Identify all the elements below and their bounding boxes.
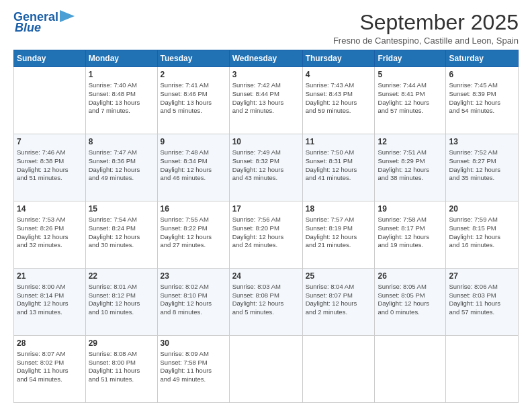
calendar-cell: 26Sunrise: 8:05 AM Sunset: 8:05 PM Dayli… bbox=[375, 269, 446, 336]
day-info: Sunrise: 7:57 AM Sunset: 8:19 PM Dayligh… bbox=[306, 216, 372, 250]
day-info: Sunrise: 8:02 AM Sunset: 8:10 PM Dayligh… bbox=[161, 283, 226, 317]
location-text: Fresno de Cantespino, Castille and Leon,… bbox=[333, 36, 519, 46]
calendar-cell: 13Sunrise: 7:52 AM Sunset: 8:27 PM Dayli… bbox=[446, 134, 519, 201]
col-friday: Friday bbox=[375, 50, 446, 67]
day-number: 9 bbox=[161, 136, 226, 148]
day-info: Sunrise: 8:09 AM Sunset: 7:58 PM Dayligh… bbox=[161, 350, 226, 384]
col-saturday: Saturday bbox=[446, 50, 519, 67]
logo: General Blue bbox=[13, 11, 75, 34]
calendar-cell: 5Sunrise: 7:44 AM Sunset: 8:41 PM Daylig… bbox=[375, 67, 446, 134]
calendar-cell bbox=[375, 336, 446, 403]
calendar-cell: 2Sunrise: 7:41 AM Sunset: 8:46 PM Daylig… bbox=[157, 67, 229, 134]
svg-marker-0 bbox=[60, 10, 75, 22]
calendar-cell: 18Sunrise: 7:57 AM Sunset: 8:19 PM Dayli… bbox=[302, 201, 375, 269]
calendar-cell: 3Sunrise: 7:42 AM Sunset: 8:44 PM Daylig… bbox=[229, 67, 302, 134]
calendar-cell: 21Sunrise: 8:00 AM Sunset: 8:14 PM Dayli… bbox=[14, 269, 86, 336]
calendar-cell bbox=[229, 336, 302, 403]
col-thursday: Thursday bbox=[302, 50, 375, 67]
week-row-4: 21Sunrise: 8:00 AM Sunset: 8:14 PM Dayli… bbox=[14, 269, 519, 336]
col-wednesday: Wednesday bbox=[229, 50, 302, 67]
calendar-cell: 23Sunrise: 8:02 AM Sunset: 8:10 PM Dayli… bbox=[157, 269, 229, 336]
day-info: Sunrise: 8:03 AM Sunset: 8:08 PM Dayligh… bbox=[232, 283, 300, 317]
day-info: Sunrise: 7:54 AM Sunset: 8:24 PM Dayligh… bbox=[89, 216, 154, 250]
day-number: 18 bbox=[306, 203, 372, 215]
calendar-cell: 16Sunrise: 7:55 AM Sunset: 8:22 PM Dayli… bbox=[157, 201, 229, 269]
calendar-cell: 14Sunrise: 7:53 AM Sunset: 8:26 PM Dayli… bbox=[14, 201, 86, 269]
day-number: 2 bbox=[161, 69, 226, 81]
calendar-cell: 9Sunrise: 7:48 AM Sunset: 8:34 PM Daylig… bbox=[157, 134, 229, 201]
logo-blue-text: Blue bbox=[15, 21, 41, 34]
calendar-cell: 19Sunrise: 7:58 AM Sunset: 8:17 PM Dayli… bbox=[375, 201, 446, 269]
day-info: Sunrise: 7:53 AM Sunset: 8:26 PM Dayligh… bbox=[17, 216, 83, 250]
header: General Blue September 2025 Fresno de Ca… bbox=[13, 11, 519, 46]
month-year-title: September 2025 bbox=[333, 11, 519, 34]
day-number: 20 bbox=[449, 203, 515, 215]
day-number: 27 bbox=[449, 271, 515, 282]
calendar-cell bbox=[14, 67, 86, 134]
day-info: Sunrise: 8:08 AM Sunset: 8:00 PM Dayligh… bbox=[89, 350, 154, 384]
day-info: Sunrise: 7:47 AM Sunset: 8:36 PM Dayligh… bbox=[89, 148, 154, 183]
day-info: Sunrise: 7:48 AM Sunset: 8:34 PM Dayligh… bbox=[161, 148, 226, 183]
day-info: Sunrise: 7:44 AM Sunset: 8:41 PM Dayligh… bbox=[378, 81, 443, 116]
day-info: Sunrise: 7:55 AM Sunset: 8:22 PM Dayligh… bbox=[161, 216, 226, 250]
calendar-table: Sunday Monday Tuesday Wednesday Thursday… bbox=[13, 50, 519, 403]
day-info: Sunrise: 8:07 AM Sunset: 8:02 PM Dayligh… bbox=[17, 350, 83, 384]
calendar-cell: 1Sunrise: 7:40 AM Sunset: 8:48 PM Daylig… bbox=[85, 67, 157, 134]
day-info: Sunrise: 8:00 AM Sunset: 8:14 PM Dayligh… bbox=[17, 283, 83, 317]
day-number: 6 bbox=[449, 69, 515, 81]
day-info: Sunrise: 7:51 AM Sunset: 8:29 PM Dayligh… bbox=[378, 148, 443, 183]
col-tuesday: Tuesday bbox=[157, 50, 229, 67]
page: General Blue September 2025 Fresno de Ca… bbox=[0, 0, 532, 411]
day-info: Sunrise: 8:01 AM Sunset: 8:12 PM Dayligh… bbox=[89, 283, 154, 317]
day-number: 1 bbox=[89, 69, 154, 81]
day-info: Sunrise: 7:49 AM Sunset: 8:32 PM Dayligh… bbox=[232, 148, 300, 183]
day-number: 4 bbox=[306, 69, 372, 81]
day-number: 26 bbox=[378, 271, 443, 282]
day-number: 25 bbox=[306, 271, 372, 282]
day-info: Sunrise: 7:59 AM Sunset: 8:15 PM Dayligh… bbox=[449, 216, 515, 250]
calendar-cell: 24Sunrise: 8:03 AM Sunset: 8:08 PM Dayli… bbox=[229, 269, 302, 336]
day-info: Sunrise: 7:58 AM Sunset: 8:17 PM Dayligh… bbox=[378, 216, 443, 250]
day-number: 16 bbox=[161, 203, 226, 215]
day-number: 17 bbox=[232, 203, 300, 215]
calendar-cell: 11Sunrise: 7:50 AM Sunset: 8:31 PM Dayli… bbox=[302, 134, 375, 201]
day-info: Sunrise: 7:46 AM Sunset: 8:38 PM Dayligh… bbox=[17, 148, 83, 183]
day-info: Sunrise: 7:45 AM Sunset: 8:39 PM Dayligh… bbox=[449, 81, 515, 116]
day-number: 11 bbox=[306, 136, 372, 148]
day-info: Sunrise: 7:41 AM Sunset: 8:46 PM Dayligh… bbox=[161, 81, 226, 116]
day-number: 8 bbox=[89, 136, 154, 148]
day-number: 5 bbox=[378, 69, 443, 81]
day-info: Sunrise: 7:40 AM Sunset: 8:48 PM Dayligh… bbox=[89, 81, 154, 116]
week-row-5: 28Sunrise: 8:07 AM Sunset: 8:02 PM Dayli… bbox=[14, 336, 519, 403]
day-info: Sunrise: 7:43 AM Sunset: 8:43 PM Dayligh… bbox=[306, 81, 372, 116]
calendar-cell: 25Sunrise: 8:04 AM Sunset: 8:07 PM Dayli… bbox=[302, 269, 375, 336]
week-row-2: 7Sunrise: 7:46 AM Sunset: 8:38 PM Daylig… bbox=[14, 134, 519, 201]
calendar-cell: 29Sunrise: 8:08 AM Sunset: 8:00 PM Dayli… bbox=[85, 336, 157, 403]
day-info: Sunrise: 7:52 AM Sunset: 8:27 PM Dayligh… bbox=[449, 148, 515, 183]
col-sunday: Sunday bbox=[14, 50, 86, 67]
calendar-cell: 6Sunrise: 7:45 AM Sunset: 8:39 PM Daylig… bbox=[446, 67, 519, 134]
calendar-cell: 22Sunrise: 8:01 AM Sunset: 8:12 PM Dayli… bbox=[85, 269, 157, 336]
day-number: 14 bbox=[17, 203, 83, 215]
day-number: 7 bbox=[17, 136, 83, 148]
title-section: September 2025 Fresno de Cantespino, Cas… bbox=[333, 11, 519, 46]
calendar-cell: 28Sunrise: 8:07 AM Sunset: 8:02 PM Dayli… bbox=[14, 336, 86, 403]
calendar-cell: 15Sunrise: 7:54 AM Sunset: 8:24 PM Dayli… bbox=[85, 201, 157, 269]
logo-arrow-icon bbox=[60, 10, 75, 22]
day-number: 21 bbox=[17, 271, 83, 282]
calendar-cell: 8Sunrise: 7:47 AM Sunset: 8:36 PM Daylig… bbox=[85, 134, 157, 201]
day-number: 28 bbox=[17, 338, 83, 349]
calendar-cell: 27Sunrise: 8:06 AM Sunset: 8:03 PM Dayli… bbox=[446, 269, 519, 336]
day-number: 15 bbox=[89, 203, 154, 215]
week-row-1: 1Sunrise: 7:40 AM Sunset: 8:48 PM Daylig… bbox=[14, 67, 519, 134]
calendar-cell: 4Sunrise: 7:43 AM Sunset: 8:43 PM Daylig… bbox=[302, 67, 375, 134]
day-number: 23 bbox=[161, 271, 226, 282]
day-info: Sunrise: 7:56 AM Sunset: 8:20 PM Dayligh… bbox=[232, 216, 300, 250]
day-info: Sunrise: 8:05 AM Sunset: 8:05 PM Dayligh… bbox=[378, 283, 443, 317]
day-number: 22 bbox=[89, 271, 154, 282]
day-number: 3 bbox=[232, 69, 300, 81]
day-number: 29 bbox=[89, 338, 154, 349]
calendar-cell: 7Sunrise: 7:46 AM Sunset: 8:38 PM Daylig… bbox=[14, 134, 86, 201]
calendar-cell: 30Sunrise: 8:09 AM Sunset: 7:58 PM Dayli… bbox=[157, 336, 229, 403]
day-info: Sunrise: 8:06 AM Sunset: 8:03 PM Dayligh… bbox=[449, 283, 515, 317]
